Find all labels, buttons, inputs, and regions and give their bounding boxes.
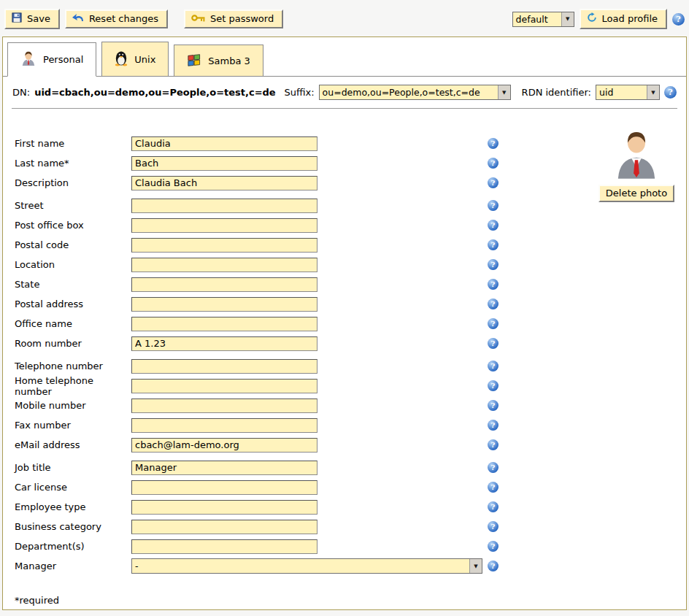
field-input[interactable] — [131, 399, 317, 413]
field-select[interactable]: - ▼ — [131, 558, 482, 574]
field-row: eMail address ? — [15, 435, 686, 455]
field-input[interactable] — [131, 136, 317, 151]
field-row: State ? — [15, 274, 686, 294]
field-input[interactable] — [131, 418, 317, 433]
field-input[interactable] — [131, 539, 317, 554]
field-input[interactable] — [131, 297, 317, 312]
tab-samba3[interactable]: Samba 3 — [174, 45, 263, 77]
help-icon[interactable]: ? — [488, 482, 499, 493]
set-password-label: Set password — [210, 13, 274, 24]
field-input[interactable] — [131, 336, 317, 351]
field-input[interactable] — [131, 379, 317, 393]
field-wrap — [131, 277, 488, 292]
field-wrap — [131, 199, 488, 213]
help-icon[interactable]: ? — [488, 200, 499, 211]
tab-unix[interactable]: Unix — [101, 42, 169, 77]
help-icon[interactable]: ? — [488, 259, 499, 270]
field-row: Fax number ? — [15, 415, 686, 435]
load-profile-button[interactable]: Load profile — [580, 9, 667, 29]
field-row: Home telephone number ? — [15, 376, 686, 396]
help-icon[interactable]: ? — [488, 361, 499, 371]
tab-personal-label: Personal — [43, 54, 83, 65]
help-icon[interactable]: ? — [488, 279, 499, 290]
field-input[interactable] — [131, 500, 317, 515]
field-label: Business category — [15, 521, 131, 532]
help-icon[interactable]: ? — [488, 220, 499, 231]
reset-changes-button[interactable]: Reset changes — [65, 9, 168, 28]
suffix-select[interactable]: ou=demo,ou=People,o=test,c=de ▼ — [319, 85, 511, 100]
field-input[interactable] — [131, 238, 317, 253]
tab-unix-label: Unix — [134, 54, 155, 65]
field-input[interactable] — [131, 258, 317, 272]
help-icon[interactable]: ? — [488, 462, 499, 473]
field-wrap — [131, 379, 488, 393]
help-icon[interactable]: ? — [488, 318, 499, 329]
dropdown-arrow-icon: ▼ — [498, 85, 510, 99]
field-wrap — [131, 480, 488, 495]
delete-photo-button[interactable]: Delete photo — [598, 185, 674, 202]
field-wrap — [131, 359, 488, 374]
help-icon[interactable]: ? — [488, 541, 499, 552]
save-button[interactable]: Save — [4, 9, 60, 29]
field-input[interactable] — [131, 199, 317, 213]
help-icon[interactable]: ? — [488, 501, 499, 512]
field-wrap — [131, 258, 488, 272]
help-icon[interactable]: ? — [488, 561, 499, 571]
field-input[interactable] — [131, 359, 317, 374]
field-input[interactable] — [131, 480, 317, 495]
profile-select-value: default — [513, 12, 561, 26]
field-wrap — [131, 218, 488, 233]
help-icon[interactable]: ? — [488, 420, 499, 431]
field-label: Job title — [15, 462, 131, 473]
field-input[interactable] — [131, 461, 317, 475]
field-row: Last name* ? — [15, 153, 686, 173]
help-icon[interactable]: ? — [664, 86, 677, 99]
field-wrap — [131, 317, 488, 331]
suffix-select-value: ou=demo,ou=People,o=test,c=de — [320, 85, 498, 99]
person-icon — [20, 50, 36, 69]
help-icon[interactable]: ? — [488, 239, 499, 250]
tab-personal[interactable]: Personal — [7, 42, 96, 77]
dn-bar: DN: uid=cbach,ou=demo,ou=People,o=test,c… — [3, 77, 686, 107]
field-label: Post office box — [15, 220, 131, 231]
field-input[interactable] — [131, 156, 317, 171]
field-label: eMail address — [15, 439, 131, 450]
form-fields: First name ? Last name* ? Description ? … — [3, 109, 686, 576]
field-label: Fax number — [15, 420, 131, 431]
help-icon[interactable]: ? — [672, 13, 685, 26]
dn-label: DN: — [12, 87, 30, 98]
rdn-identifier-select[interactable]: uid ▼ — [596, 85, 660, 100]
set-password-button[interactable]: Set password — [184, 9, 283, 28]
help-icon[interactable]: ? — [488, 177, 499, 188]
field-row: Postal code ? — [15, 235, 686, 255]
field-wrap — [131, 156, 488, 171]
field-input[interactable] — [131, 277, 317, 292]
field-wrap — [131, 336, 488, 351]
rdn-select-value: uid — [596, 85, 647, 99]
help-icon[interactable]: ? — [488, 521, 499, 532]
field-row: Description ? — [15, 173, 686, 193]
help-icon[interactable]: ? — [488, 439, 499, 450]
field-wrap — [131, 520, 488, 534]
field-input[interactable] — [131, 176, 317, 190]
field-wrap — [131, 461, 488, 475]
field-input[interactable] — [131, 317, 317, 331]
field-wrap: - ▼ — [131, 558, 488, 574]
help-icon[interactable]: ? — [488, 158, 499, 169]
save-icon — [12, 12, 22, 25]
help-icon[interactable]: ? — [488, 400, 499, 411]
help-icon[interactable]: ? — [488, 380, 499, 391]
field-input[interactable] — [131, 438, 317, 453]
delete-photo-label: Delete photo — [606, 188, 667, 199]
field-label: Car license — [15, 482, 131, 493]
profile-select[interactable]: default ▼ — [512, 12, 574, 27]
field-input[interactable] — [131, 218, 317, 233]
help-icon[interactable]: ? — [488, 338, 499, 349]
field-wrap — [131, 539, 488, 554]
rdn-identifier-label: RDN identifier: — [522, 87, 591, 98]
field-row: Employee type ? — [15, 497, 686, 517]
help-icon[interactable]: ? — [488, 299, 499, 309]
help-icon[interactable]: ? — [488, 138, 499, 149]
field-input[interactable] — [131, 520, 317, 534]
field-row: Department(s) ? — [15, 536, 686, 556]
